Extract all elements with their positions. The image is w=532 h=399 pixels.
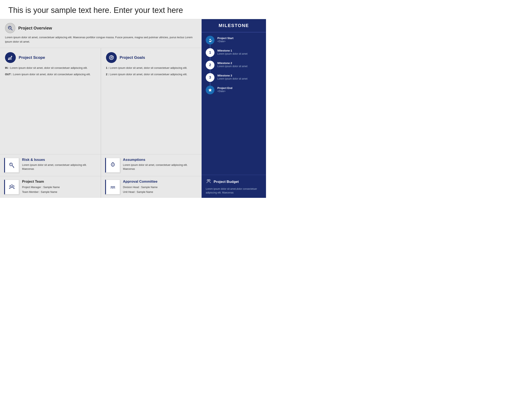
team-content: Project Team Project Manager : Sample Na…	[22, 180, 60, 194]
milestone-circle-1: 1	[206, 48, 215, 57]
scope-out-label: OUT :	[5, 73, 12, 76]
main-layout: Project Overview Lorem ipsum dolor sit a…	[0, 19, 266, 198]
milestone-header: MILESTONE	[202, 19, 266, 32]
milestone-end-desc: <Date>	[217, 89, 232, 93]
goals-item2-label: 2 :	[106, 73, 109, 76]
goals-item2-text: Lorem ipsum dolor sit amet, dolor sit co…	[110, 73, 187, 76]
budget-icon	[206, 178, 212, 185]
scope-section: Project Scope IN : Lorem ipsum dolor sit…	[0, 48, 101, 154]
milestone-item-end: Project End <Date>	[206, 86, 262, 94]
milestone-start-name: Project Start	[217, 37, 233, 40]
goals-header: Project Goals	[106, 52, 197, 63]
scope-goals-row: Project Scope IN : Lorem ipsum dolor sit…	[0, 48, 202, 154]
milestone-end-name: Project End	[217, 86, 232, 89]
team-approval-row: Project Team Project Manager : Sample Na…	[0, 176, 202, 198]
budget-text: Lorem ipsum dolor sit amet,dolor consect…	[206, 187, 262, 195]
overview-icon	[5, 23, 15, 33]
scope-title: Project Scope	[19, 55, 45, 60]
milestone-info-end: Project End <Date>	[217, 86, 232, 93]
goals-item1: 1 : Lorem ipsum dolor sit amet, dolor si…	[106, 66, 197, 70]
scope-icon	[5, 52, 16, 63]
milestone-circle-end	[206, 86, 215, 94]
team-icon	[4, 180, 19, 195]
milestone-start-desc: <Date>	[217, 40, 233, 43]
milestone-item-2: 2 Milestone 2 Lorem ipsum dolor sit amet	[206, 61, 262, 70]
approval-division: Division Head : Sample Name	[123, 185, 158, 190]
page-title: This is your sample text here. Enter you…	[0, 0, 266, 19]
team-title: Project Team	[22, 180, 60, 184]
milestone-title: MILESTONE	[206, 23, 262, 28]
scope-out-text: Lorem ipsum dolor sit amet, dolor sit co…	[13, 73, 91, 76]
milestone-item-1: 1 Milestone 1 Lorem ipsum dolor sit amet	[206, 48, 262, 57]
risk-assumptions-row: Risk & Issues Lorem ipsum dolor sit amet…	[0, 154, 202, 176]
goals-item2: 2 : Lorem ipsum dolor sit amet, dolor si…	[106, 72, 197, 76]
svg-marker-22	[209, 88, 212, 92]
milestone-list: Project Start <Date> 1 Milestone 1 Lorem…	[202, 32, 266, 175]
milestone-info-3: Milestone 3 Lorem ipsum dolor sit amet	[217, 73, 247, 81]
svg-point-17	[113, 164, 114, 165]
svg-point-21	[209, 39, 211, 40]
milestone-circle-2: 2	[206, 61, 215, 70]
goals-item1-text: Lorem ipsum dolor sit amet, dolor sit co…	[110, 66, 187, 70]
assumptions-title: Assumptions	[123, 158, 198, 162]
milestone-item-3: 3 Milestone 3 Lorem ipsum dolor sit amet	[206, 73, 262, 82]
milestone-circle-3: 3	[206, 73, 215, 82]
budget-title: Project Budget	[214, 180, 239, 184]
approval-icon	[105, 180, 120, 195]
overview-title: Project Overview	[18, 26, 52, 31]
risk-text: Lorem ipsum dolor sit amet, consectetuer…	[22, 163, 97, 171]
milestone-1-desc: Lorem ipsum dolor sit amet	[217, 52, 247, 56]
milestone-info-2: Milestone 2 Lorem ipsum dolor sit amet	[217, 61, 247, 68]
milestone-2-name: Milestone 2	[217, 62, 247, 65]
team-section: Project Team Project Manager : Sample Na…	[0, 176, 101, 198]
assumptions-text: Lorem ipsum dolor sit amet, consectetuer…	[123, 163, 198, 171]
project-overview-section: Project Overview Lorem ipsum dolor sit a…	[0, 19, 202, 48]
risk-content: Risk & Issues Lorem ipsum dolor sit amet…	[22, 158, 97, 171]
overview-text: Lorem ipsum dolor sit amet, consectetuer…	[5, 35, 196, 44]
goals-section: Project Goals 1 : Lorem ipsum dolor sit …	[101, 48, 202, 154]
milestone-circle-start	[206, 36, 215, 44]
risk-icon	[4, 158, 19, 173]
approval-unit: Unit Head : Sample Name	[123, 190, 158, 195]
svg-point-15	[111, 163, 114, 166]
assumptions-section: Assumptions Lorem ipsum dolor sit amet, …	[101, 154, 202, 176]
assumptions-content: Assumptions Lorem ipsum dolor sit amet, …	[123, 158, 198, 171]
budget-header: Project Budget	[206, 178, 262, 185]
svg-point-24	[209, 180, 210, 181]
svg-point-13	[10, 164, 12, 165]
svg-point-18	[11, 185, 13, 187]
scope-header: Project Scope	[5, 52, 96, 63]
team-member: Team Member : Sample Name	[22, 190, 60, 195]
left-panel: Project Overview Lorem ipsum dolor sit a…	[0, 19, 202, 198]
scope-in-label: IN :	[5, 66, 9, 70]
approval-content: Approval Committee Division Head : Sampl…	[123, 180, 158, 194]
milestone-info-start: Project Start <Date>	[217, 36, 233, 43]
overview-header: Project Overview	[5, 23, 196, 33]
right-panel: MILESTONE Project Start <Date>	[202, 19, 266, 198]
svg-point-8	[111, 57, 112, 58]
milestone-3-name: Milestone 3	[217, 74, 247, 77]
approval-title: Approval Committee	[123, 180, 158, 184]
scope-in-text: Lorem ipsum dolor sit amet, dolor sit co…	[10, 66, 88, 70]
goals-item1-label: 1 :	[106, 66, 109, 70]
svg-point-23	[207, 180, 209, 181]
risk-section: Risk & Issues Lorem ipsum dolor sit amet…	[0, 154, 101, 176]
milestone-1-name: Milestone 1	[217, 49, 247, 52]
goals-title: Project Goals	[120, 55, 145, 60]
milestone-2-desc: Lorem ipsum dolor sit amet	[217, 65, 247, 68]
svg-line-1	[11, 29, 13, 30]
scope-in-item: IN : Lorem ipsum dolor sit amet, dolor s…	[5, 66, 96, 70]
assumptions-icon	[105, 158, 120, 173]
svg-point-16	[112, 164, 112, 165]
goals-icon	[106, 52, 117, 63]
budget-section: Project Budget Lorem ipsum dolor sit ame…	[202, 175, 266, 198]
milestone-info-1: Milestone 1 Lorem ipsum dolor sit amet	[217, 48, 247, 56]
risk-title: Risk & Issues	[22, 158, 97, 162]
milestone-3-desc: Lorem ipsum dolor sit amet	[217, 77, 247, 81]
approval-section: Approval Committee Division Head : Sampl…	[101, 176, 202, 198]
scope-out-item: OUT : Lorem ipsum dolor sit amet, dolor …	[5, 72, 96, 76]
team-manager: Project Manager : Sample Name	[22, 185, 60, 190]
svg-rect-3	[8, 59, 9, 60]
milestone-item-start: Project Start <Date>	[206, 36, 262, 44]
